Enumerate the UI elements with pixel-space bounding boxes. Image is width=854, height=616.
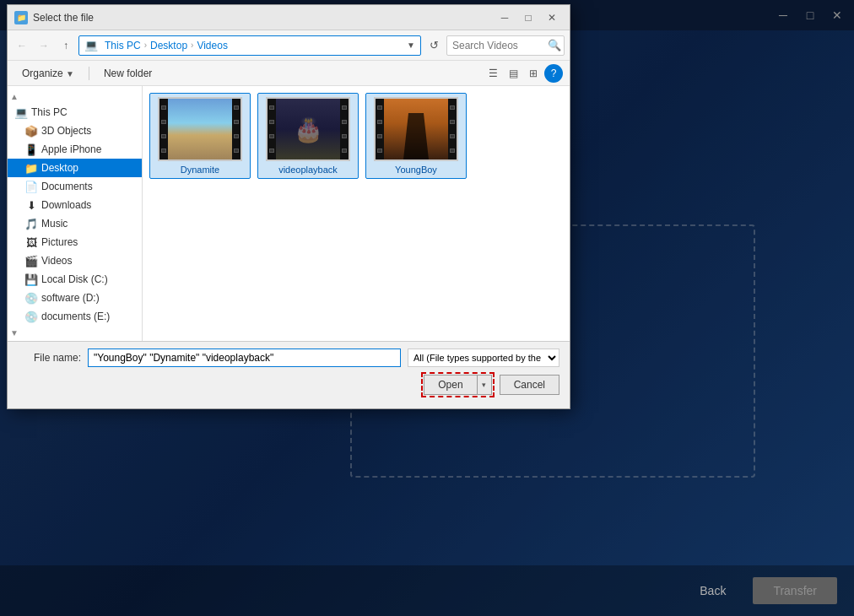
scroll-up-arrow[interactable]: ▲ [8,89,21,103]
search-wrapper: 🔍 [446,35,565,56]
dialog-maximize-btn[interactable]: □ [517,8,539,27]
scroll-down-arrow[interactable]: ▼ [8,326,21,339]
tree-item-documents[interactable]: 📄 Documents [8,177,142,196]
tree-label-this-pc: This PC [31,106,68,118]
dialog-main: ▲ 💻 This PC 📦 3D Objects 📱 Apple iPhone … [8,86,570,341]
toolbar-separator [89,67,89,80]
file-name-youngboy: YoungBoy [395,165,437,175]
open-button[interactable]: Open [424,375,476,395]
view-btn-3[interactable]: ⊞ [524,64,543,83]
film-strip-left-dynamite [159,99,168,159]
view-btn-1[interactable]: ☰ [484,64,502,83]
nav-tree: ▲ 💻 This PC 📦 3D Objects 📱 Apple iPhone … [8,86,143,341]
tree-item-software-d[interactable]: 💿 software (D:) [8,289,142,307]
view-btn-2[interactable]: ▤ [504,64,522,83]
filename-label: File name: [18,352,81,364]
file-item-dynamite[interactable]: Dynamite [149,93,251,179]
tree-label-pictures: Pictures [41,236,78,248]
film-strip-right-dynamite [232,99,241,159]
tree-item-local-disk-c[interactable]: 💾 Local Disk (C:) [8,270,142,289]
file-thumb-videoplayback: 🎂 [266,97,350,161]
filetype-select[interactable]: All (File types supported by the [408,349,559,367]
tree-item-videos[interactable]: 🎬 Videos [8,251,142,270]
file-name-videoplayback: videoplayback [278,165,338,175]
path-desktop[interactable]: Desktop [150,40,187,51]
dialog-window-controls: ─ □ ✕ [494,8,563,27]
address-bar: ← → ↑ 💻 This PC › Desktop › Videos ▼ ↺ 🔍 [8,30,570,61]
film-strip-left-video [268,99,276,159]
open-button-wrapper: Open ▾ [421,372,494,397]
videos-icon: 🎬 [24,254,38,267]
dialog-close-btn[interactable]: ✕ [541,8,563,27]
tree-item-music[interactable]: 🎵 Music [8,214,142,233]
file-name-dynamite: Dynamite [181,165,219,175]
dialog-toolbar: Organize ▼ New folder ☰ ▤ ⊞ ? [8,61,570,86]
tree-label-documents: Documents [41,181,93,192]
buttons-row: Open ▾ Cancel [18,372,559,397]
tree-label-documents-e: documents (E:) [41,311,110,322]
dialog-titlebar: 📁 Select the file ─ □ ✕ [8,5,570,30]
music-icon: 🎵 [24,217,38,230]
nav-up-btn[interactable]: ↑ [57,36,75,55]
file-thumb-youngboy [374,97,458,161]
file-thumb-dynamite [158,97,242,161]
view-icons: ☰ ▤ ⊞ ? [484,64,563,83]
dialog-icon: 📁 [14,11,28,24]
tree-item-downloads[interactable]: ⬇ Downloads [8,196,142,214]
file-item-videoplayback[interactable]: 🎂 videoplayback [257,93,359,179]
path-dropdown-icon: ▼ [407,41,415,50]
tree-item-this-pc[interactable]: 💻 This PC [8,103,142,122]
search-input[interactable] [446,35,565,56]
pictures-icon: 🖼 [24,235,38,249]
filename-row: File name: All (File types supported by … [18,349,559,367]
tree-label-local-disk-c: Local Disk (C:) [41,273,108,285]
tree-item-3d-objects[interactable]: 📦 3D Objects [8,122,142,140]
desktop-icon: 📁 [24,161,38,175]
file-item-youngboy[interactable]: YoungBoy [365,93,467,179]
local-disk-c-icon: 💾 [24,273,38,286]
tree-label-downloads: Downloads [41,199,91,211]
tree-item-desktop[interactable]: 📁 Desktop [8,159,142,177]
film-strip-right-video [340,99,349,159]
refresh-btn[interactable]: ↺ [424,36,443,55]
path-videos[interactable]: Videos [197,40,227,51]
tree-label-desktop: Desktop [41,162,78,174]
cancel-button[interactable]: Cancel [500,375,559,395]
3d-objects-icon: 📦 [24,124,38,138]
path-pc-icon: 💻 [84,39,98,52]
address-path: 💻 This PC › Desktop › Videos ▼ [78,35,421,56]
film-strip-right-youngboy [448,99,457,159]
dialog-title: Select the file [33,12,494,24]
software-d-icon: 💿 [24,291,38,305]
path-this-pc[interactable]: This PC [105,40,141,51]
new-folder-btn[interactable]: New folder [96,65,159,82]
tree-label-apple-iphone: Apple iPhone [41,143,101,155]
documents-icon: 📄 [24,180,38,193]
nav-back-btn[interactable]: ← [13,36,31,55]
tree-item-pictures[interactable]: 🖼 Pictures [8,233,142,251]
tree-label-videos: Videos [41,255,72,267]
this-pc-icon: 💻 [14,105,28,119]
dialog-minimize-btn[interactable]: ─ [494,8,516,27]
file-grid: Dynamite 🎂 [143,86,570,341]
tree-label-3d-objects: 3D Objects [41,125,91,137]
downloads-icon: ⬇ [24,198,38,212]
nav-forward-btn[interactable]: → [35,36,53,55]
film-strip-left-youngboy [376,99,384,159]
tree-item-documents-e[interactable]: 💿 documents (E:) [8,307,142,326]
apple-iphone-icon: 📱 [24,143,38,156]
organize-btn[interactable]: Organize ▼ [14,65,82,82]
documents-e-icon: 💿 [24,310,38,323]
tree-label-music: Music [41,218,68,230]
open-dropdown-btn[interactable]: ▾ [477,375,492,395]
tree-label-software-d: software (D:) [41,292,100,304]
dialog-bottom: File name: All (File types supported by … [8,341,570,408]
help-btn[interactable]: ? [544,64,563,83]
filename-input[interactable] [88,349,401,367]
tree-item-apple-iphone[interactable]: 📱 Apple iPhone [8,140,142,159]
file-dialog: 📁 Select the file ─ □ ✕ ← → ↑ 💻 This PC … [7,4,570,409]
